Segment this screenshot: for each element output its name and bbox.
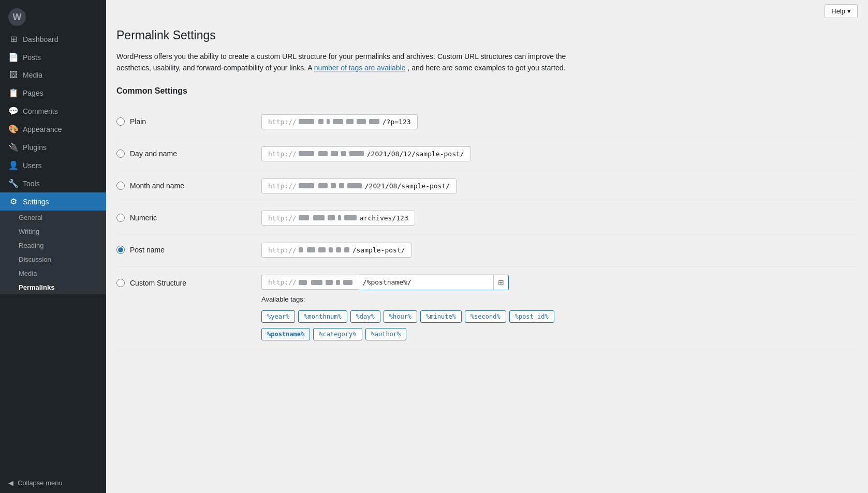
permalink-day-name-row: Day and name http:// /2021/08/12/sample-… [116,138,858,170]
sidebar-item-dashboard[interactable]: ⊞ Dashboard [0,30,106,48]
tag-day-button[interactable]: %day% [350,310,380,323]
post-name-radio[interactable] [116,246,125,254]
dashboard-icon: ⊞ [8,34,19,44]
plain-radio[interactable] [116,117,125,126]
day-name-url-preview: http:// /2021/08/12/sample-post/ [261,146,471,161]
sidebar: W ⊞ Dashboard 📄 Posts 🖼 Media 📋 Pages 💬 … [0,0,106,493]
plain-url-preview: http:// /?p=123 [261,114,418,129]
topbar: Help ▾ [106,0,868,18]
collapse-menu-button[interactable]: ◀ Collapse menu [0,473,106,493]
media-icon: 🖼 [8,70,19,80]
settings-submenu: General Writing Reading Discussion Media… [0,211,106,294]
tag-author-button[interactable]: %author% [365,328,407,340]
section-title: Common Settings [116,86,858,96]
main-content-area: Help ▾ Permalink Settings WordPress offe… [106,0,868,493]
day-name-label[interactable]: Day and name [130,150,177,158]
permalink-post-name-row: Post name http:// /sample-post/ [116,234,858,266]
day-name-radio[interactable] [116,150,125,158]
tag-hour-button[interactable]: %hour% [384,310,417,323]
comments-icon: 💬 [8,106,19,116]
sidebar-item-settings[interactable]: ⚙ Settings [0,192,106,211]
page-title: Permalink Settings [116,28,858,42]
sidebar-submenu-writing[interactable]: Writing [0,225,106,238]
numeric-url-preview: http:// archives/123 [261,211,415,226]
sidebar-submenu-general[interactable]: General [0,211,106,225]
page-content: Permalink Settings WordPress offers you … [106,18,868,493]
pages-icon: 📋 [8,88,19,98]
tag-minute-button[interactable]: %minute% [420,310,462,323]
sidebar-item-pages[interactable]: 📋 Pages [0,84,106,102]
numeric-label[interactable]: Numeric [130,214,157,222]
users-icon: 👤 [8,160,19,170]
custom-url-input-row: http:// ⊞ [261,275,858,290]
site-logo[interactable]: W [0,0,106,30]
page-description: WordPress offers you the ability to crea… [116,51,582,74]
numeric-radio[interactable] [116,214,125,222]
wp-logo-icon: W [8,8,26,26]
sidebar-submenu-permalinks[interactable]: Permalinks [0,280,106,294]
custom-url-base: http:// [261,275,359,290]
posts-icon: 📄 [8,52,19,62]
sidebar-item-users[interactable]: 👤 Users [0,156,106,174]
tag-monthnum-button[interactable]: %monthnum% [298,310,347,323]
tools-icon: 🔧 [8,178,19,188]
available-tags-link[interactable]: number of tags are available [314,64,406,72]
plugins-icon: 🔌 [8,142,19,152]
custom-input-wrapper: ⊞ [359,275,509,290]
post-name-url-preview: http:// /sample-post/ [261,243,412,258]
tag-post-id-button[interactable]: %post_id% [509,310,554,323]
appearance-icon: 🎨 [8,124,19,134]
permalink-numeric-row: Numeric http:// archives/123 [116,202,858,234]
sidebar-item-tools[interactable]: 🔧 Tools [0,174,106,192]
tags-row-2: %postname% %category% %author% [261,328,858,340]
collapse-icon: ◀ [8,479,13,487]
tag-postname-button[interactable]: %postname% [261,328,310,340]
sidebar-item-plugins[interactable]: 🔌 Plugins [0,138,106,156]
post-name-label[interactable]: Post name [130,246,165,254]
custom-input-grid-icon[interactable]: ⊞ [493,275,508,290]
sidebar-submenu-media[interactable]: Media [0,266,106,280]
custom-label[interactable]: Custom Structure [130,279,186,287]
help-button[interactable]: Help ▾ [825,4,858,18]
custom-radio[interactable] [116,279,125,287]
custom-structure-input[interactable] [359,275,493,289]
custom-structure-group: http:// ⊞ Available tags: %year% [261,275,858,340]
help-chevron-icon: ▾ [847,7,851,15]
permalink-month-name-row: Month and name http:// /2021/08/sample-p… [116,170,858,202]
permalink-plain-row: Plain http:// /?p=123 [116,106,858,138]
sidebar-item-media[interactable]: 🖼 Media [0,66,106,84]
permalink-custom-row: Custom Structure http:// ⊞ [116,266,858,349]
tags-row-1: %year% %monthnum% %day% %hour% %minute% … [261,310,858,323]
available-tags-label: Available tags: [261,295,858,303]
settings-icon: ⚙ [8,197,19,206]
sidebar-item-posts[interactable]: 📄 Posts [0,48,106,66]
tag-second-button[interactable]: %second% [465,310,506,323]
sidebar-item-comments[interactable]: 💬 Comments [0,102,106,120]
tag-category-button[interactable]: %category% [313,328,362,340]
tag-year-button[interactable]: %year% [261,310,295,323]
month-name-radio[interactable] [116,182,125,190]
plain-label[interactable]: Plain [130,117,146,126]
month-name-label[interactable]: Month and name [130,182,184,190]
sidebar-submenu-reading[interactable]: Reading [0,238,106,252]
sidebar-item-appearance[interactable]: 🎨 Appearance [0,120,106,138]
month-name-url-preview: http:// /2021/08/sample-post/ [261,178,457,193]
sidebar-submenu-discussion[interactable]: Discussion [0,252,106,266]
